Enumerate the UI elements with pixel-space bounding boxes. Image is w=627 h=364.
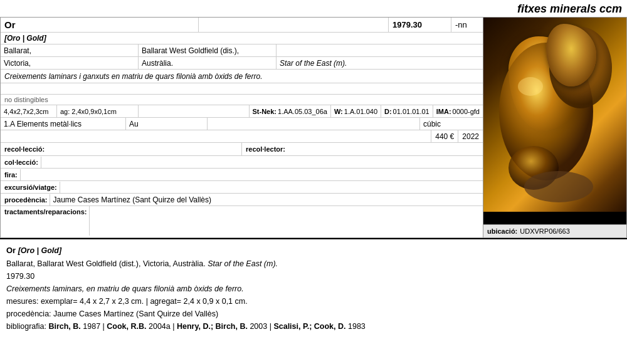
catalog-cell: 1979.30	[389, 18, 451, 32]
class-col1: 1.A Elements metàl·lics	[1, 118, 126, 130]
bib4-bold: Scalisi, P.; Cook, D.	[273, 322, 345, 331]
svg-point-3	[524, 171, 593, 202]
svg-point-4	[518, 77, 543, 96]
tractaments-textarea[interactable]	[92, 207, 480, 232]
location-row-1: Ballarat, Ballarat West Goldfield (dis.)…	[1, 44, 483, 57]
recolleccio-label: recol·lecció:	[1, 144, 47, 154]
year-cell: 2022	[458, 130, 483, 142]
d-label: D:	[384, 108, 392, 115]
excursio-input[interactable]	[63, 184, 480, 191]
mineral-svg	[483, 18, 626, 212]
meas-size: 4,4x2,7x2,3cm	[1, 105, 57, 117]
bib1-rest: 1987 |	[81, 322, 107, 331]
procedencia-row: procedència: Jaume Cases Martínez (Sant …	[1, 194, 483, 206]
description-text: Creixements laminars i ganxuts en matriu…	[4, 72, 263, 81]
bottom-desc: Creixements laminars, en matriu de quars…	[6, 284, 244, 293]
image-section: ubicació: UDXVRP06/663	[483, 17, 627, 238]
loc1-col3	[277, 44, 483, 56]
loc2-col1: Victoria,	[1, 57, 139, 69]
year-value: 2022	[462, 132, 479, 141]
bottom-mineral-italic: [Oro | Gold]	[18, 246, 61, 255]
bottom-mineral-bold: Or	[6, 246, 16, 255]
fira-input[interactable]	[23, 171, 480, 179]
fira-value	[20, 169, 483, 180]
fira-label: fira:	[1, 170, 20, 180]
tractaments-label: tractaments/reparacions:	[1, 206, 89, 217]
price-value: 440 €	[435, 132, 454, 141]
empty-row	[1, 83, 483, 95]
w-label: W:	[334, 108, 343, 115]
no-dist-text: no distingibles	[4, 96, 48, 103]
bottom-line2: Ballarat, Ballarat West Goldfield (dist.…	[6, 257, 621, 270]
bib3-rest: 2003 |	[248, 322, 273, 331]
mineral-name: Or	[4, 19, 16, 30]
colleccio-input[interactable]	[44, 159, 480, 166]
ubicacio-value: UDXVRP06/663	[520, 227, 570, 235]
bottom-line4: Creixements laminars, en matriu de quars…	[6, 283, 621, 295]
recolleccio-half: recol·lecció:	[1, 143, 242, 155]
classification-row: 1.A Elements metàl·lics Au cúbic	[1, 118, 483, 130]
description-row: Creixements laminars i ganxuts en matriu…	[1, 70, 483, 83]
price-row: 440 € 2022	[1, 130, 483, 143]
bottom-line1: Or [Oro | Gold]	[6, 244, 621, 257]
bottom-location: Ballarat, Ballarat West Goldfield (dist.…	[6, 259, 206, 268]
svg-point-5	[568, 51, 587, 66]
excursio-label: excursió/viatge:	[1, 182, 60, 192]
recolleccio-input[interactable]	[47, 145, 241, 153]
mineral-name-cell: Or	[1, 18, 199, 32]
bottom-line7: bibliografia: Birch, B. 1987 | Cook, R.B…	[6, 320, 621, 333]
recolleccio-row: recol·lecció: recol·lector:	[1, 143, 483, 156]
loc1-col1: Ballarat,	[1, 44, 139, 56]
meas-ima: IMA: 0000-gfd	[433, 105, 483, 117]
bottom-mesures: mesures: exemplar= 4,4 x 2,7 x 2,3 cm. |…	[6, 297, 248, 306]
bottom-star: Star of the East (m).	[208, 259, 278, 268]
meas-stnek: St-Nek: 1.AA.05.03_06a	[250, 105, 331, 117]
title-row: Or 1979.30 -nn	[1, 18, 483, 33]
star-of-east: Star of the East (m).	[280, 59, 347, 68]
measurements-row: 4,4x2,7x2,3cm ag: 2,4x0,9x0,1cm St-Nek: …	[1, 105, 483, 118]
bib4-rest: 1983	[346, 322, 366, 331]
class-col2: Au	[126, 118, 208, 130]
colleccio-label: col·lecció:	[1, 157, 41, 167]
bottom-line3: 1979.30	[6, 270, 621, 283]
ima-label: IMA:	[436, 108, 451, 115]
bottom-section: Or [Oro | Gold] Ballarat, Ballarat West …	[0, 238, 627, 338]
loc2-col2: Austràlia.	[139, 57, 277, 69]
tractaments-row: tractaments/reparacions:	[1, 206, 483, 237]
page-header: fitxes minerals ccm	[0, 0, 627, 17]
bottom-bib-label: bibliografia:	[6, 322, 48, 331]
price-cell: 440 €	[431, 130, 458, 142]
ubicacio-label: ubicació:	[487, 227, 517, 235]
italic-name-row: [Oro | Gold]	[1, 33, 483, 44]
italic-name: [Oro | Gold]	[4, 34, 46, 43]
class-col3	[208, 118, 420, 130]
procedencia-value: Jaume Cases Martínez (Sant Quirze del Va…	[50, 194, 483, 205]
bottom-catalog: 1979.30	[6, 272, 34, 281]
bottom-line5: mesures: exemplar= 4,4 x 2,7 x 2,3 cm. |…	[6, 295, 621, 308]
main-layout: Or 1979.30 -nn [Oro | Gold] Ballarat, Ba…	[0, 17, 627, 238]
meas-w: W: 1.A.01.040	[331, 105, 381, 117]
meas-d: D: 01.01.01.01	[381, 105, 433, 117]
bottom-procedencia: procedència: Jaume Cases Martínez (Sant …	[6, 309, 218, 318]
bib2-rest: 2004a |	[147, 322, 177, 331]
suffix-cell: -nn	[451, 18, 483, 32]
recollector-half: recol·lector:	[242, 143, 483, 155]
mineral-image	[483, 18, 626, 212]
no-dist-row: no distingibles	[1, 95, 483, 105]
class-col4: cúbic	[420, 118, 483, 130]
excursio-row: excursió/viatge:	[1, 181, 483, 194]
bib2-bold: Cook, R.B.	[107, 322, 146, 331]
procedencia-label: procedència:	[1, 195, 50, 205]
bib1-bold: Birch, B.	[48, 322, 80, 331]
tractaments-value	[89, 206, 483, 236]
bib3-bold: Henry, D.; Birch, B.	[177, 322, 248, 331]
recollector-label: recol·lector:	[242, 144, 288, 154]
ubicacio-bar: ubicació: UDXVRP06/663	[483, 224, 626, 237]
svg-point-1	[549, 27, 612, 108]
excursio-value	[60, 182, 483, 193]
recollector-input[interactable]	[288, 145, 483, 153]
fira-row: fira:	[1, 169, 483, 181]
header-title: fitxes minerals ccm	[517, 3, 622, 15]
catalog-suffix: -nn	[455, 20, 467, 29]
location-row-2: Victoria, Austràlia. Star of the East (m…	[1, 57, 483, 70]
